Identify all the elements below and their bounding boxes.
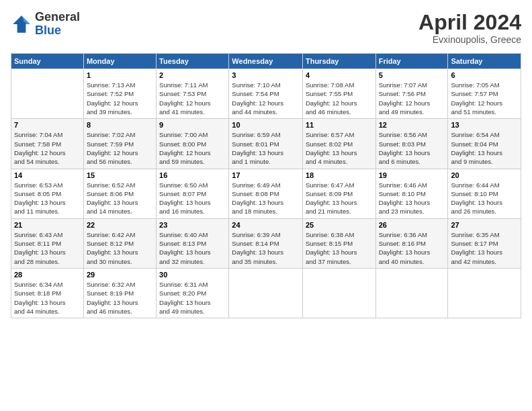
day-info: Sunrise: 6:46 AM Sunset: 8:10 PM Dayligh… [379, 181, 445, 216]
day-number: 25 [306, 221, 373, 229]
calendar-body: 1Sunrise: 7:13 AM Sunset: 7:52 PM Daylig… [11, 69, 521, 318]
title-block: April 2024 Evxinoupolis, Greece [418, 11, 521, 45]
week-row-1: 1Sunrise: 7:13 AM Sunset: 7:52 PM Daylig… [11, 69, 521, 119]
day-number: 29 [87, 271, 153, 279]
day-cell: 26Sunrise: 6:36 AM Sunset: 8:16 PM Dayli… [375, 218, 448, 268]
col-saturday: Saturday [448, 54, 521, 69]
day-cell: 23Sunrise: 6:40 AM Sunset: 8:13 PM Dayli… [157, 218, 229, 268]
location: Evxinoupolis, Greece [418, 34, 521, 45]
day-cell: 30Sunrise: 6:31 AM Sunset: 8:20 PM Dayli… [157, 268, 229, 318]
day-info: Sunrise: 6:49 AM Sunset: 8:08 PM Dayligh… [232, 181, 300, 216]
day-number: 16 [159, 171, 226, 179]
day-cell: 29Sunrise: 6:32 AM Sunset: 8:19 PM Dayli… [83, 268, 156, 318]
day-number: 14 [14, 171, 81, 179]
day-info: Sunrise: 6:36 AM Sunset: 8:16 PM Dayligh… [379, 230, 445, 266]
day-cell [448, 268, 521, 318]
day-info: Sunrise: 6:39 AM Sunset: 8:14 PM Dayligh… [232, 230, 300, 266]
day-cell: 1Sunrise: 7:13 AM Sunset: 7:52 PM Daylig… [83, 69, 156, 119]
day-number: 21 [14, 221, 81, 229]
month-title: April 2024 [418, 11, 521, 34]
day-info: Sunrise: 7:13 AM Sunset: 7:52 PM Dayligh… [87, 81, 153, 116]
day-cell: 4Sunrise: 7:08 AM Sunset: 7:55 PM Daylig… [302, 69, 375, 119]
col-monday: Monday [83, 54, 156, 69]
day-cell: 16Sunrise: 6:50 AM Sunset: 8:07 PM Dayli… [157, 169, 229, 218]
day-number: 6 [451, 71, 518, 79]
day-cell: 21Sunrise: 6:43 AM Sunset: 8:11 PM Dayli… [11, 218, 84, 268]
header: General Blue April 2024 Evxinoupolis, Gr… [11, 11, 521, 45]
header-row: Sunday Monday Tuesday Wednesday Thursday… [11, 54, 521, 69]
logo-icon [11, 13, 32, 35]
day-cell: 24Sunrise: 6:39 AM Sunset: 8:14 PM Dayli… [229, 218, 303, 268]
col-friday: Friday [375, 54, 448, 69]
day-info: Sunrise: 7:00 AM Sunset: 8:00 PM Dayligh… [159, 130, 226, 166]
day-number: 10 [232, 121, 300, 129]
day-number: 8 [87, 121, 153, 129]
day-cell: 22Sunrise: 6:42 AM Sunset: 8:12 PM Dayli… [83, 218, 156, 268]
logo-general-text: General [35, 11, 80, 24]
day-number: 3 [232, 71, 300, 79]
day-cell: 27Sunrise: 6:35 AM Sunset: 8:17 PM Dayli… [448, 218, 521, 268]
day-number: 23 [159, 221, 226, 229]
calendar-container: General Blue April 2024 Evxinoupolis, Gr… [0, 0, 532, 324]
day-info: Sunrise: 7:04 AM Sunset: 7:58 PM Dayligh… [14, 130, 81, 166]
day-info: Sunrise: 6:59 AM Sunset: 8:01 PM Dayligh… [232, 130, 300, 166]
day-cell: 18Sunrise: 6:47 AM Sunset: 8:09 PM Dayli… [302, 169, 375, 218]
week-row-4: 21Sunrise: 6:43 AM Sunset: 8:11 PM Dayli… [11, 218, 521, 268]
week-row-3: 14Sunrise: 6:53 AM Sunset: 8:05 PM Dayli… [11, 169, 521, 218]
day-cell: 9Sunrise: 7:00 AM Sunset: 8:00 PM Daylig… [157, 119, 229, 169]
logo: General Blue [11, 11, 80, 38]
day-number: 30 [159, 271, 226, 279]
day-info: Sunrise: 7:08 AM Sunset: 7:55 PM Dayligh… [306, 81, 373, 116]
day-number: 19 [379, 171, 445, 179]
day-number: 2 [159, 71, 226, 79]
day-cell: 7Sunrise: 7:04 AM Sunset: 7:58 PM Daylig… [11, 119, 84, 169]
day-number: 7 [14, 121, 81, 129]
day-info: Sunrise: 6:31 AM Sunset: 8:20 PM Dayligh… [159, 280, 226, 316]
day-info: Sunrise: 6:32 AM Sunset: 8:19 PM Dayligh… [87, 280, 153, 316]
day-cell: 2Sunrise: 7:11 AM Sunset: 7:53 PM Daylig… [157, 69, 229, 119]
day-number: 26 [379, 221, 445, 229]
day-cell: 8Sunrise: 7:02 AM Sunset: 7:59 PM Daylig… [83, 119, 156, 169]
day-number: 27 [451, 221, 518, 229]
col-thursday: Thursday [302, 54, 375, 69]
day-info: Sunrise: 6:35 AM Sunset: 8:17 PM Dayligh… [451, 230, 518, 266]
week-row-5: 28Sunrise: 6:34 AM Sunset: 8:18 PM Dayli… [11, 268, 521, 318]
day-cell: 13Sunrise: 6:54 AM Sunset: 8:04 PM Dayli… [448, 119, 521, 169]
day-cell: 11Sunrise: 6:57 AM Sunset: 8:02 PM Dayli… [302, 119, 375, 169]
day-number: 20 [451, 171, 518, 179]
day-info: Sunrise: 6:52 AM Sunset: 8:06 PM Dayligh… [87, 181, 153, 216]
day-cell: 14Sunrise: 6:53 AM Sunset: 8:05 PM Dayli… [11, 169, 84, 218]
day-info: Sunrise: 7:05 AM Sunset: 7:57 PM Dayligh… [451, 81, 518, 116]
day-info: Sunrise: 6:47 AM Sunset: 8:09 PM Dayligh… [306, 181, 373, 216]
day-info: Sunrise: 6:53 AM Sunset: 8:05 PM Dayligh… [14, 181, 81, 216]
day-cell: 15Sunrise: 6:52 AM Sunset: 8:06 PM Dayli… [83, 169, 156, 218]
day-cell [375, 268, 448, 318]
day-number: 9 [159, 121, 226, 129]
day-info: Sunrise: 6:40 AM Sunset: 8:13 PM Dayligh… [159, 230, 226, 266]
day-number: 12 [379, 121, 445, 129]
day-number: 28 [14, 271, 81, 279]
day-info: Sunrise: 7:10 AM Sunset: 7:54 PM Dayligh… [232, 81, 300, 116]
day-number: 17 [232, 171, 300, 179]
day-cell: 28Sunrise: 6:34 AM Sunset: 8:18 PM Dayli… [11, 268, 84, 318]
day-info: Sunrise: 7:11 AM Sunset: 7:53 PM Dayligh… [159, 81, 226, 116]
day-cell: 3Sunrise: 7:10 AM Sunset: 7:54 PM Daylig… [229, 69, 303, 119]
day-cell: 19Sunrise: 6:46 AM Sunset: 8:10 PM Dayli… [375, 169, 448, 218]
logo-text: General Blue [35, 11, 80, 38]
logo-blue-text: Blue [35, 24, 80, 38]
day-number: 4 [306, 71, 373, 79]
day-cell [11, 69, 84, 119]
day-cell [302, 268, 375, 318]
day-number: 11 [306, 121, 373, 129]
day-cell: 12Sunrise: 6:56 AM Sunset: 8:03 PM Dayli… [375, 119, 448, 169]
day-number: 22 [87, 221, 153, 229]
day-info: Sunrise: 6:50 AM Sunset: 8:07 PM Dayligh… [159, 181, 226, 216]
day-cell: 5Sunrise: 7:07 AM Sunset: 7:56 PM Daylig… [375, 69, 448, 119]
day-info: Sunrise: 6:42 AM Sunset: 8:12 PM Dayligh… [87, 230, 153, 266]
day-info: Sunrise: 6:57 AM Sunset: 8:02 PM Dayligh… [306, 130, 373, 166]
col-tuesday: Tuesday [157, 54, 229, 69]
day-info: Sunrise: 6:34 AM Sunset: 8:18 PM Dayligh… [14, 280, 81, 316]
day-number: 18 [306, 171, 373, 179]
day-info: Sunrise: 6:43 AM Sunset: 8:11 PM Dayligh… [14, 230, 81, 266]
day-info: Sunrise: 6:56 AM Sunset: 8:03 PM Dayligh… [379, 130, 445, 166]
